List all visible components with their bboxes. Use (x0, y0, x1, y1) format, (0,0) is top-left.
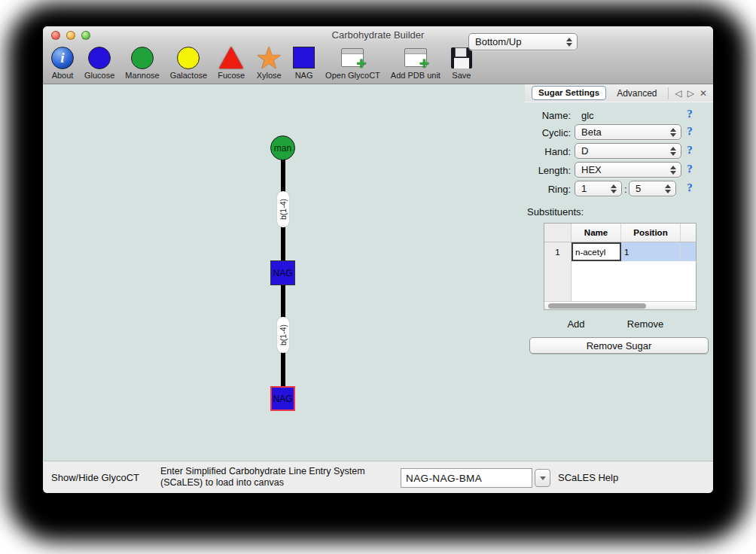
direction-select[interactable]: Bottom/Up (468, 33, 578, 50)
node-label: NAG (273, 394, 292, 404)
tab-forward-icon[interactable]: ▷ (687, 88, 694, 99)
app-window: Carbohydrate Builder i About Glucose Man… (43, 26, 713, 493)
linkage-text: b(1-4) (279, 324, 288, 345)
add-substituent-button[interactable]: Add (561, 318, 591, 330)
ring-start-value: 1 (575, 183, 608, 194)
tab-back-icon[interactable]: ◁ (675, 88, 681, 99)
ring-end-value: 5 (629, 183, 662, 194)
sugar-node-nag-1[interactable]: NAG (270, 260, 295, 285)
floppy-disk-icon (451, 47, 472, 68)
linkage-label: b(1-4) (277, 191, 289, 227)
yellow-circle-icon (177, 47, 200, 69)
glucose-button[interactable]: Glucose (79, 44, 120, 80)
window-add-icon: + (341, 48, 364, 67)
table-header: Name Position (544, 224, 696, 242)
toolbar-item-label: Mannose (125, 71, 159, 80)
toolbar-item-label: Open GlycoCT (325, 71, 380, 80)
tab-advanced[interactable]: Advanced (614, 87, 660, 100)
caret-down-icon (540, 476, 546, 480)
add-pdb-unit-button[interactable]: + Add PDB unit (386, 44, 446, 80)
extra-column-header (681, 224, 696, 242)
window-chrome: Carbohydrate Builder i About Glucose Man… (43, 26, 713, 84)
scales-prompt-label: Enter Simplified Carbohydrate Line Entry… (160, 466, 405, 489)
window-add-icon: + (404, 48, 427, 67)
length-select[interactable]: HEX (575, 162, 681, 178)
scales-help-button[interactable]: SCaLES Help (558, 472, 618, 483)
toolbar-item-label: Add PDB unit (391, 71, 440, 80)
fucose-button[interactable]: Fucose (212, 44, 250, 80)
row-filler-cell (681, 242, 696, 261)
cyclic-select-value: Beta (575, 126, 667, 138)
hand-label: Hand: (518, 146, 571, 157)
desktop-stage: Carbohydrate Builder i About Glucose Man… (0, 0, 756, 554)
scrollbar-thumb[interactable] (548, 303, 646, 309)
row-index: 1 (544, 242, 572, 261)
stepper-arrows-icon (667, 147, 679, 156)
hand-select[interactable]: D (575, 143, 681, 159)
about-button[interactable]: i About (46, 44, 79, 80)
toolbar-item-label: Glucose (84, 71, 114, 80)
sugar-node-nag-2-selected[interactable]: NAG (270, 386, 295, 411)
table-row[interactable]: 1 n-acetyl 1 (544, 242, 696, 261)
name-column-header: Name (572, 224, 621, 242)
stepper-arrows-icon (608, 184, 620, 193)
substituents-table[interactable]: Name Position 1 n-acetyl 1 (544, 223, 697, 310)
substituent-position-cell[interactable]: 1 (621, 242, 681, 261)
sugar-node-man[interactable]: man (270, 135, 295, 160)
stepper-arrows-icon (563, 38, 575, 47)
show-hide-glycoct-button[interactable]: Show/Hide GlycoCT (51, 472, 139, 483)
row-number-header (544, 224, 572, 242)
tab-separator (668, 87, 669, 99)
table-hscrollbar[interactable] (544, 301, 696, 309)
blue-square-icon (293, 47, 315, 68)
cyclic-label: Cyclic: (518, 127, 571, 138)
open-glycoct-button[interactable]: + Open GlycoCT (320, 44, 386, 80)
help-icon[interactable]: ? (684, 125, 696, 138)
length-select-value: HEX (575, 164, 667, 175)
help-icon[interactable]: ? (684, 163, 696, 175)
xylose-button[interactable]: ★ Xylose (250, 44, 288, 80)
toolbar-item-label: NAG (295, 71, 313, 80)
substituent-name-cell[interactable]: n-acetyl (572, 242, 621, 261)
info-sphere-icon: i (51, 47, 74, 69)
row-number-gutter (544, 261, 572, 301)
cyclic-select[interactable]: Beta (575, 124, 681, 140)
name-value: glc (581, 110, 594, 121)
toolbar-item-label: Xylose (257, 71, 282, 80)
stepper-arrows-icon (662, 184, 674, 193)
red-triangle-icon (219, 47, 243, 68)
substituents-label: Substituents: (527, 206, 584, 218)
mannose-button[interactable]: Mannose (120, 44, 164, 80)
table-empty-area (544, 261, 696, 301)
position-column-header: Position (621, 224, 681, 242)
toolbar-item-label: Fucose (218, 71, 245, 80)
window-title: Carbohydrate Builder (43, 29, 713, 41)
stepper-arrows-icon (667, 166, 679, 175)
tab-sugar-settings[interactable]: Sugar Settings (532, 86, 606, 100)
linkage-text: b(1-4) (279, 199, 288, 220)
panel-close-icon[interactable]: ✕ (700, 88, 707, 99)
ring-end-stepper[interactable]: 5 (629, 181, 676, 196)
galactose-button[interactable]: Galactose (165, 44, 213, 80)
help-icon[interactable]: ? (684, 144, 696, 157)
remove-sugar-label: Remove Sugar (587, 340, 652, 352)
help-icon[interactable]: ? (684, 181, 696, 194)
remove-substituent-button[interactable]: Remove (623, 318, 668, 330)
orange-star-icon: ★ (255, 47, 282, 69)
direction-select-value: Bottom/Up (469, 36, 563, 47)
length-label: Length: (518, 165, 571, 176)
bottom-bar: Show/Hide GlycoCT Enter Simplified Carbo… (43, 461, 713, 493)
hand-select-value: D (575, 145, 667, 157)
nag-button[interactable]: NAG (288, 44, 320, 80)
scales-history-dropdown[interactable] (535, 469, 550, 487)
scales-input[interactable] (401, 468, 532, 488)
toolbar-item-label: Save (452, 71, 471, 80)
node-label: NAG (273, 268, 292, 279)
toolbar-item-label: About (52, 71, 74, 80)
toolbar-item-label: Galactose (170, 71, 208, 80)
remove-sugar-button[interactable]: Remove Sugar (529, 337, 709, 354)
panel-tabbar: Sugar Settings Advanced ◁ ▷ ✕ (525, 84, 713, 102)
help-icon[interactable]: ? (684, 108, 696, 120)
name-label: Name: (518, 110, 571, 121)
ring-start-stepper[interactable]: 1 (575, 181, 622, 196)
